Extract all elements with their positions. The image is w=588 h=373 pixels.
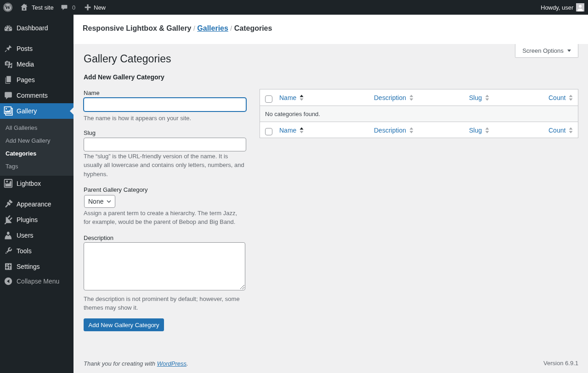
svg-text:W: W: [5, 4, 11, 11]
